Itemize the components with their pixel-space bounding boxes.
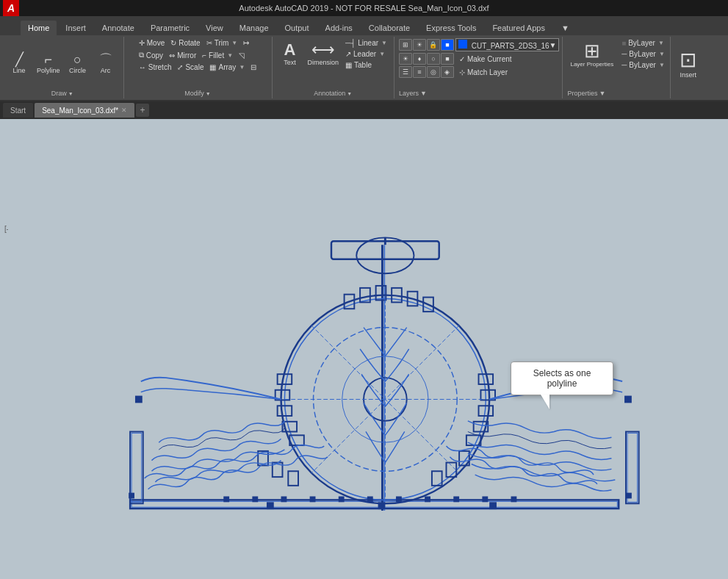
stretch-button[interactable]: ↔ Stretch [137, 62, 174, 72]
prop-lineweight-button[interactable]: ─ ByLayer ▼ [619, 60, 667, 70]
extend-button[interactable]: ↦ [241, 38, 251, 48]
tab-view[interactable]: View [198, 21, 231, 35]
tab-insert[interactable]: Insert [58, 21, 93, 35]
layer-dropdown-arrow: ▼ [549, 41, 557, 49]
file-tab-close[interactable]: ✕ [121, 107, 127, 114]
app-icon: A [3, 0, 19, 16]
array-button[interactable]: ▦ Array ▼ [207, 62, 247, 72]
chamfer-button[interactable]: ◹ [237, 51, 247, 60]
text-button[interactable]: A Text [277, 40, 303, 68]
tab-output[interactable]: Output [278, 21, 317, 35]
lock-button[interactable]: 🔒 [427, 39, 440, 51]
layer-name: CUT_PARTS_2DS3_16 [472, 42, 549, 50]
layers-expand-icon: ▼ [420, 90, 427, 97]
scale-button[interactable]: ⤢ Scale [175, 62, 206, 72]
insert-icon: ⊡ [680, 50, 696, 71]
extend-icon: ↦ [243, 39, 249, 47]
layer-extra-buttons: ☀ ♦ ○ ■ [399, 53, 454, 65]
annotation-group-label[interactable]: Annotation ▼ [314, 88, 352, 97]
linear-button[interactable]: ─┤ Linear ▼ [343, 38, 389, 48]
mirror-icon: ⇔ [169, 51, 175, 60]
text-icon: A [284, 42, 296, 58]
prop-color-button[interactable]: ■ ByLayer ▼ [619, 38, 667, 48]
prop-color-icon: ■ [621, 39, 626, 47]
tooltip-text: Selects as one polyline [533, 368, 591, 389]
layer-more-4[interactable]: ◈ [441, 66, 454, 78]
properties-right: ■ ByLayer ▼ ─ ByLayer ▼ ─ ByLayer ▼ [619, 38, 667, 70]
copy-button[interactable]: ⧉ Copy [137, 50, 165, 60]
stretch-icon: ↔ [139, 63, 146, 71]
line-button[interactable]: ╱ Line [6, 51, 32, 76]
tab-express[interactable]: Express Tools [419, 21, 483, 35]
tab-addins[interactable]: Add-ins [318, 21, 360, 35]
rotate-icon: ↻ [170, 39, 176, 47]
circle-icon: ○ [73, 53, 82, 66]
array-icon: ▦ [209, 63, 216, 71]
make-current-button[interactable]: ✓ Make Current [457, 54, 514, 64]
table-icon: ▦ [345, 61, 352, 69]
table-button[interactable]: ▦ Table [343, 60, 389, 70]
tab-parametric[interactable]: Parametric [143, 21, 197, 35]
layer-extra-1[interactable]: ☀ [399, 53, 412, 65]
new-tab-button[interactable]: + [136, 104, 149, 117]
layer-extra-3[interactable]: ○ [427, 53, 440, 65]
svg-rect-51 [453, 497, 459, 503]
move-icon: ✛ [139, 39, 145, 47]
rotate-button[interactable]: ↻ Rotate [168, 38, 202, 48]
match-layer-button[interactable]: ⊹ Match Layer [457, 68, 510, 77]
leader-button[interactable]: ↗ Leader ▼ [343, 49, 389, 59]
color-button[interactable]: ■ [441, 39, 454, 51]
linear-icon: ─┤ [345, 39, 356, 47]
prop-linetype-icon: ─ [621, 50, 627, 58]
tab-collaborate[interactable]: Collaborate [361, 21, 417, 35]
tab-home[interactable]: Home [21, 21, 57, 35]
modify-group: ✛ Move ↻ Rotate ✂ Trim ▼ ↦ ⧉ Copy ⇔ Mirr… [126, 37, 273, 98]
insert-group-label [688, 90, 690, 97]
ribbon-tabs: Home Insert Annotate Parametric View Man… [0, 16, 728, 35]
canvas-area[interactable]: [-][Top][2D Wireframe] [0, 119, 728, 579]
circle-button[interactable]: ○ Circle [65, 51, 91, 76]
insert-button[interactable]: ⊡ Insert [675, 38, 702, 90]
drawing-canvas [0, 119, 728, 579]
layer-properties-button[interactable]: ⊞ [399, 39, 412, 51]
dimension-button[interactable]: ⟷ Dimension [305, 40, 342, 68]
modify-tools: ✛ Move ↻ Rotate ✂ Trim ▼ ↦ ⧉ Copy ⇔ Mirr… [137, 38, 259, 88]
layer-more-1[interactable]: ☰ [399, 66, 412, 78]
arc-button[interactable]: ⌒ Arc [93, 51, 119, 76]
polyline-icon: ⌐ [45, 53, 53, 66]
tab-bar: Start Sea_Man_Icon_03.dxf* ✕ + [0, 101, 728, 119]
layer-more-3[interactable]: ◎ [427, 66, 440, 78]
prop-linetype-button[interactable]: ─ ByLayer ▼ [619, 49, 667, 59]
layer-extra-2[interactable]: ♦ [413, 53, 426, 65]
start-tab[interactable]: Start [3, 103, 33, 118]
copy-icon: ⧉ [139, 51, 144, 60]
fillet-button[interactable]: ⌐ Fillet ▼ [200, 51, 235, 60]
polyline-button[interactable]: ⌐ Polyline [34, 51, 63, 76]
svg-rect-50 [425, 497, 430, 503]
properties-top-row: ⊞ Layer Properties ■ ByLayer ▼ ─ ByLayer… [567, 38, 666, 70]
tooltip: Selects as one polyline [511, 362, 613, 395]
modify-expand-icon: ▼ [206, 91, 211, 96]
file-tab-active[interactable]: Sea_Man_Icon_03.dxf* ✕ [35, 103, 134, 118]
layer-properties-large-button[interactable]: ⊞ Layer Properties [567, 40, 616, 69]
freeze-button[interactable]: ☀ [413, 39, 426, 51]
layers-group-label[interactable]: Layers ▼ [399, 90, 559, 97]
layer-dropdown[interactable]: CUT_PARTS_2DS3_16 ▼ [455, 38, 559, 51]
svg-rect-47 [339, 497, 345, 503]
mirror-button[interactable]: ⇔ Mirror [167, 51, 198, 60]
trim-button[interactable]: ✂ Trim ▼ [204, 38, 240, 48]
annotation-expand-icon: ▼ [347, 91, 352, 96]
erase-button[interactable]: ⊟ [248, 62, 259, 72]
tab-extra[interactable]: ▼ [554, 21, 577, 35]
layer-extra-4[interactable]: ■ [441, 53, 454, 65]
draw-expand-icon: ▼ [68, 91, 73, 96]
tab-manage[interactable]: Manage [232, 21, 276, 35]
draw-group-label[interactable]: Draw ▼ [51, 88, 73, 97]
svg-rect-46 [310, 497, 316, 503]
tab-annotate[interactable]: Annotate [95, 21, 142, 35]
properties-group-label[interactable]: Properties ▼ [567, 90, 666, 97]
layer-more-2[interactable]: ≡ [413, 66, 426, 78]
modify-group-label[interactable]: Modify ▼ [184, 88, 210, 97]
move-button[interactable]: ✛ Move [137, 38, 167, 48]
tab-featured[interactable]: Featured Apps [485, 21, 552, 35]
